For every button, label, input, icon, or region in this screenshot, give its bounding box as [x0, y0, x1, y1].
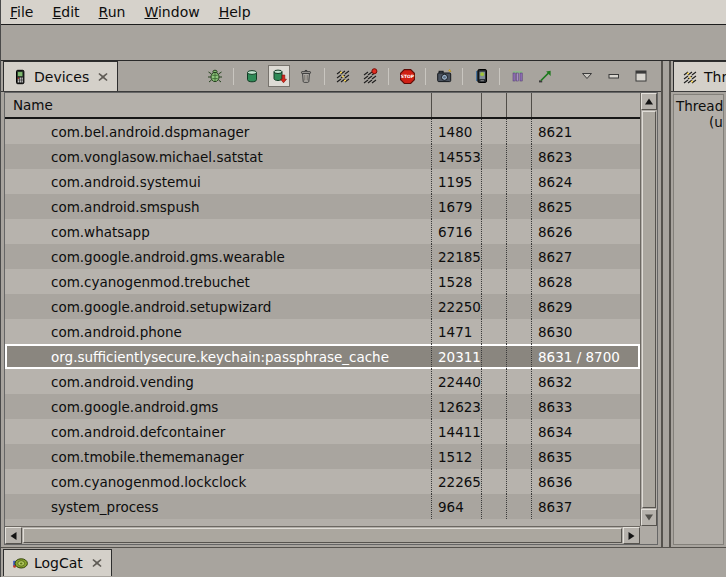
- method-profiling-button[interactable]: [359, 65, 381, 87]
- device-row[interactable]: com.cyanogenmod.lockclock222658636: [5, 469, 640, 494]
- process-pid: 14553: [431, 144, 481, 169]
- process-pid: 22440: [431, 369, 481, 394]
- threads-tabrow: Threads: [671, 61, 726, 92]
- main-area: Devices STOP Name com.bel.android.dspman…: [1, 61, 726, 547]
- process-name: com.android.defcontainer: [5, 419, 431, 444]
- process-pid: 22265: [431, 469, 481, 494]
- process-port: 8627: [531, 244, 640, 269]
- column-header-2[interactable]: [506, 93, 531, 117]
- device-row[interactable]: com.bel.android.dspmanager14808621: [5, 119, 640, 144]
- dump-hprof-button[interactable]: [268, 65, 290, 87]
- device-row[interactable]: com.google.android.setupwizard222508629: [5, 294, 640, 319]
- devices-tabrow: Devices STOP: [1, 61, 661, 92]
- threads-message: Thread updates not enabled for selected …: [673, 94, 724, 545]
- threads-message-line1: Thread updates not enabled for selected …: [676, 98, 723, 114]
- trash-icon: [298, 68, 314, 84]
- device-row[interactable]: com.google.android.gms126238633: [5, 394, 640, 419]
- process-name: com.whatsapp: [5, 219, 431, 244]
- device-screen-button[interactable]: [470, 65, 492, 87]
- device-row[interactable]: system_process9648637: [5, 494, 640, 519]
- device-row[interactable]: com.android.defcontainer144118634: [5, 419, 640, 444]
- process-port: 8629: [531, 294, 640, 319]
- horizontal-scrollbar[interactable]: [5, 526, 640, 544]
- update-heap-button[interactable]: [241, 65, 263, 87]
- stop-icon: STOP: [399, 68, 416, 85]
- device-row[interactable]: com.android.phone14718630: [5, 319, 640, 344]
- screen-capture-button[interactable]: [433, 65, 455, 87]
- device-row[interactable]: com.google.android.gms.wearable221858627: [5, 244, 640, 269]
- vertical-scrollbar[interactable]: [640, 93, 657, 526]
- process-port: 8633: [531, 394, 640, 419]
- process-port: 8624: [531, 169, 640, 194]
- process-port: 8631 / 8700: [531, 344, 640, 369]
- device-row[interactable]: com.android.systemui11958624: [5, 169, 640, 194]
- main-toolbar-strip: [1, 25, 726, 61]
- menu-bar: FileEditRunWindowHelp: [1, 0, 726, 25]
- ddms-window: FileEditRunWindowHelp Devices STOP Name: [0, 0, 726, 577]
- sysinfo-button[interactable]: [507, 65, 529, 87]
- column-header-name[interactable]: Name: [5, 93, 431, 117]
- device-row-selected[interactable]: org.sufficientlysecure.keychain:passphra…: [5, 344, 640, 369]
- heap-icon: [244, 68, 260, 84]
- menu-run[interactable]: Run: [99, 4, 126, 20]
- stop-process-button[interactable]: STOP: [396, 65, 418, 87]
- menu-file[interactable]: File: [10, 4, 33, 20]
- threads-message-line2: (use toolbar button to enable): [676, 114, 723, 130]
- device-row[interactable]: com.tmobile.thememanager15128635: [5, 444, 640, 469]
- debug-process-button[interactable]: [204, 65, 226, 87]
- threads-icon: [335, 68, 351, 84]
- process-pid: 14411: [431, 419, 481, 444]
- column-header-port[interactable]: [531, 93, 640, 117]
- scroll-down-button[interactable]: [641, 509, 657, 526]
- dropdown-icon: [579, 68, 595, 84]
- toolbar-separator: [324, 68, 325, 85]
- update-threads-button[interactable]: [332, 65, 354, 87]
- table-header: Name: [5, 93, 640, 119]
- toolbar-separator: [462, 68, 463, 85]
- devices-table: Name com.bel.android.dspmanager14808621c…: [4, 92, 658, 545]
- scroll-up-button[interactable]: [641, 93, 657, 110]
- process-pid: 1528: [431, 269, 481, 294]
- tab-logcat[interactable]: LogCat: [3, 549, 112, 576]
- horizontal-scroll-thumb[interactable]: [23, 528, 622, 543]
- device-row[interactable]: com.cyanogenmod.trebuchet15288628: [5, 269, 640, 294]
- device-row[interactable]: com.android.smspush16798625: [5, 194, 640, 219]
- process-name: com.android.phone: [5, 319, 431, 344]
- vertical-scroll-thumb[interactable]: [642, 111, 656, 508]
- cause-gc-button[interactable]: [295, 65, 317, 87]
- close-icon[interactable]: [91, 557, 103, 569]
- devices-view: Devices STOP Name com.bel.android.dspman…: [1, 61, 663, 547]
- process-name: org.sufficientlysecure.keychain:passphra…: [5, 344, 431, 369]
- trend-button[interactable]: [534, 65, 556, 87]
- process-pid: 20311: [431, 344, 481, 369]
- menu-window[interactable]: Window: [144, 4, 199, 20]
- close-icon[interactable]: [97, 71, 109, 83]
- heap-dump-icon: [271, 68, 287, 84]
- minimize-button[interactable]: [603, 65, 625, 87]
- toolbar-separator: [499, 68, 500, 85]
- process-port: 8634: [531, 419, 640, 444]
- bug-icon: [207, 68, 223, 84]
- process-port: 8632: [531, 369, 640, 394]
- process-name: com.cyanogenmod.trebuchet: [5, 269, 431, 294]
- view-menu-button[interactable]: [576, 65, 598, 87]
- scroll-right-button[interactable]: [623, 527, 640, 544]
- process-port: 8637: [531, 494, 640, 519]
- bars-icon: [510, 68, 526, 84]
- device-row[interactable]: com.vonglasow.michael.satstat145538623: [5, 144, 640, 169]
- maximize-button[interactable]: [630, 65, 652, 87]
- process-pid: 1512: [431, 444, 481, 469]
- process-pid: 964: [431, 494, 481, 519]
- device-row[interactable]: com.android.vending224408632: [5, 369, 640, 394]
- tab-threads[interactable]: Threads: [673, 61, 726, 91]
- column-header-pid[interactable]: [431, 93, 481, 117]
- process-name: com.bel.android.dspmanager: [5, 119, 431, 144]
- menu-edit[interactable]: Edit: [52, 4, 79, 20]
- tab-devices[interactable]: Devices: [3, 61, 118, 91]
- column-header-1[interactable]: [481, 93, 506, 117]
- device-row[interactable]: com.whatsapp67168626: [5, 219, 640, 244]
- menu-help[interactable]: Help: [219, 4, 251, 20]
- process-port: 8621: [531, 119, 640, 144]
- scroll-left-button[interactable]: [5, 527, 22, 544]
- process-port: 8630: [531, 319, 640, 344]
